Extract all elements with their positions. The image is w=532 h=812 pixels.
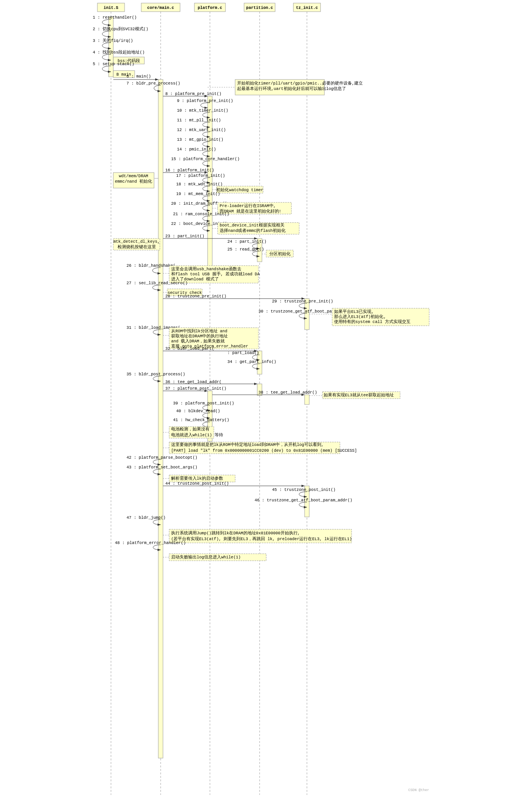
svg-text:直接 goto platform_error_handler: 直接 goto platform_error_handler	[171, 344, 248, 349]
svg-text:19 : mt_mem_init(): 19 : mt_mem_init()	[176, 192, 220, 196]
svg-text:40 : blkdev_read(): 40 : blkdev_read()	[176, 409, 220, 413]
svg-rect-96	[332, 308, 429, 326]
svg-rect-71	[113, 238, 160, 250]
svg-text:boot_device_init根据实现相关: boot_device_init根据实现相关	[220, 223, 284, 228]
watermark-text: CSDN @ther	[408, 788, 429, 792]
svg-rect-54	[217, 186, 263, 193]
svg-text:3 : 关闭fiq/irq(): 3 : 关闭fiq/irq()	[93, 38, 133, 43]
svg-text:43 : platform_set_boot_args(): 43 : platform_set_boot_args()	[127, 465, 198, 470]
svg-text:6 : main(): 6 : main()	[127, 74, 151, 79]
svg-text:7 : bldr_pre_process(): 7 : bldr_pre_process()	[127, 81, 180, 86]
svg-text:B main: B main	[116, 72, 131, 77]
svg-text:2 : 切换cpu到SVC32模式(): 2 : 切换cpu到SVC32模式()	[93, 26, 148, 31]
svg-text:17 : platform_init(): 17 : platform_init()	[176, 173, 225, 178]
svg-text:初始化watchdog timer: 初始化watchdog timer	[216, 187, 263, 192]
svg-text:(若平台有实现EL3(atf), 则要先到EL3，再跳回 l: (若平台有实现EL3(atf), 则要先到EL3，再跳回 lk, preload…	[171, 536, 352, 541]
svg-text:那么进入EL3(atf)初始化,: 那么进入EL3(atf)初始化,	[334, 314, 386, 319]
svg-text:18 : mtk_wdt_init(): 18 : mtk_wdt_init()	[176, 182, 223, 187]
svg-rect-148	[169, 529, 352, 543]
svg-rect-129	[169, 427, 214, 438]
svg-text:security check: security check	[167, 290, 201, 295]
svg-text:从ROM中找到lk分区地址 and: 从ROM中找到lk分区地址 and	[171, 328, 227, 333]
svg-text:11 : mt_pll_init(): 11 : mt_pll_init()	[177, 118, 221, 123]
svg-text:进入了download 模式了: 进入了download 模式了	[171, 276, 219, 282]
svg-rect-65	[218, 223, 299, 234]
svg-text:电池就进入while(1) 等待: 电池就进入while(1) 等待	[171, 432, 223, 437]
svg-rect-88	[167, 289, 202, 296]
svg-text:46 : trustzone_get_atf_boot_pa: 46 : trustzone_get_atf_boot_param_addr()	[255, 498, 352, 503]
svg-text:开始初始化timer/pll/uart/gpio/pmic.: 开始初始化timer/pll/uart/gpio/pmic..必要的硬件设备,建…	[237, 81, 363, 86]
svg-text:使用特有的system call 方式实现交互: 使用特有的system call 方式实现交互	[334, 319, 411, 324]
svg-text:12 : mtk_uart_init(): 12 : mtk_uart_init()	[177, 128, 226, 132]
svg-text:9 : platform_pre_init(): 9 : platform_pre_init()	[177, 98, 233, 103]
svg-rect-93	[305, 299, 309, 330]
svg-text:22 : boot_device_init(): 22 : boot_device_init()	[171, 221, 227, 226]
sequence-diagram-svg: init.S core/main.c platform.c partition.…	[92, 0, 441, 795]
svg-rect-22	[113, 57, 144, 64]
svg-text:38 : tee_get_load_addr(): 38 : tee_get_load_addr()	[258, 390, 317, 395]
svg-text:35 : bldr_post_process(): 35 : bldr_post_process()	[127, 372, 185, 377]
svg-text:解析需要传入lk的启动参数: 解析需要传入lk的启动参数	[171, 476, 223, 481]
svg-rect-7	[244, 3, 275, 12]
svg-rect-1	[97, 3, 125, 12]
svg-text:21 : ram_console_init(): 21 : ram_console_init()	[173, 212, 229, 216]
svg-text:5 : setup stack(): 5 : setup stack()	[93, 62, 134, 66]
svg-text:31 : bldr_load_images(: 31 : bldr_load_images(	[127, 325, 180, 330]
svg-text:32 : bldr_load_part(: 32 : bldr_load_part(	[165, 346, 214, 351]
svg-rect-119	[208, 391, 212, 441]
svg-text:tz_init.c: tz_init.c	[296, 5, 318, 10]
svg-rect-123	[322, 392, 400, 399]
svg-text:13 : mt_gpio_init(): 13 : mt_gpio_init()	[177, 137, 224, 142]
svg-text:这里会去调用usb_handshake函数去: 这里会去调用usb_handshake函数去	[171, 266, 241, 271]
svg-rect-75	[257, 238, 262, 262]
svg-text:init.S: init.S	[104, 5, 118, 10]
svg-text:14 : pmic_init(): 14 : pmic_init()	[177, 147, 216, 152]
svg-text:这里要做的事情就是把lk从ROM中特定地址load到DRAM: 这里要做的事情就是把lk从ROM中特定地址load到DRAM中，从开机log可以…	[171, 442, 324, 447]
svg-text:8 : platform_pre_init(): 8 : platform_pre_init()	[165, 92, 222, 96]
svg-text:29 : trustzone_pre_init(): 29 : trustzone_pre_init()	[272, 299, 333, 304]
svg-text:[PART] load "lk" from 0x000000: [PART] load "lk" from 0x0000000001CC0200…	[171, 448, 357, 453]
svg-rect-116	[257, 384, 262, 396]
svg-rect-33	[208, 96, 212, 282]
svg-text:如果有实现EL3就从tee获取起始地址: 如果有实现EL3就从tee获取起始地址	[324, 392, 394, 397]
svg-text:20 : init_dram_buffer(): 20 : init_dram_buffer()	[171, 201, 227, 206]
svg-text:44 : trustzone_post_init(): 44 : trustzone_post_init()	[165, 481, 229, 486]
svg-text:检测烧机按键在这里: 检测烧机按键在这里	[117, 244, 156, 249]
svg-text:16 : platform_init(): 16 : platform_init()	[165, 168, 214, 173]
svg-text:34 : get_part_info(): 34 : get_part_info()	[227, 359, 276, 364]
svg-text:4 : 找到bss段起始地址(): 4 : 找到bss段起始地址()	[93, 50, 145, 55]
svg-text:41 : hw_check_battery(): 41 : hw_check_battery()	[173, 418, 229, 422]
svg-rect-139	[169, 475, 235, 482]
svg-text:30 : trustzone_get_atf_boot_pa: 30 : trustzone_get_atf_boot_param_addr()	[258, 309, 356, 314]
svg-text:45 : trustzone_post_init(): 45 : trustzone_post_init()	[272, 487, 336, 492]
svg-rect-16	[109, 17, 113, 77]
svg-text:而DRAM 就是在这里初始化好的!: 而DRAM 就是在这里初始化好的!	[220, 209, 281, 214]
svg-text:47 : bldr_jump(): 47 : bldr_jump()	[127, 515, 166, 520]
svg-text:39 : platform_post_init(): 39 : platform_post_init()	[173, 401, 234, 406]
svg-text:core/main.c: core/main.c	[147, 5, 174, 10]
svg-text:36 : tee_get_load_addr(: 36 : tee_get_load_addr(	[165, 380, 222, 384]
svg-text:wdt/mem/DRAM: wdt/mem/DRAM	[119, 174, 148, 178]
svg-text:选择nand或者emmc的flash初始化: 选择nand或者emmc的flash初始化	[220, 228, 286, 233]
svg-rect-25	[113, 71, 135, 78]
svg-text:: part_load(): : part_load()	[227, 351, 259, 355]
svg-text:28 : trustzone_pre_init(): 28 : trustzone_pre_init()	[165, 294, 227, 299]
svg-rect-82	[169, 266, 258, 283]
svg-text:获取地址在DRAM中的执行地址: 获取地址在DRAM中的执行地址	[171, 333, 228, 339]
svg-text:26 : bldr_handshake(: 26 : bldr_handshake(	[127, 263, 175, 268]
svg-text:platform.c: platform.c	[198, 5, 222, 10]
svg-rect-122	[305, 395, 309, 404]
svg-rect-3	[141, 3, 180, 12]
svg-text:25 : read_gpt(): 25 : read_gpt()	[227, 247, 264, 252]
svg-text:电池检测，如果没有: 电池检测，如果没有	[171, 427, 210, 432]
svg-text:42 : platform_parse_bootopt(): 42 : platform_parse_bootopt()	[127, 455, 198, 460]
svg-text:bss:代码段: bss:代码段	[117, 59, 140, 63]
diagram-container: init.S core/main.c platform.c partition.…	[92, 0, 441, 795]
svg-rect-34	[235, 79, 324, 95]
svg-text:启动失败输出log信息进入while(1): 启动失败输出log信息进入while(1)	[171, 555, 241, 560]
svg-text:37 : platform_post_init(): 37 : platform_post_init()	[165, 386, 227, 391]
svg-rect-133	[169, 442, 340, 454]
svg-rect-102	[169, 328, 258, 349]
svg-text:起最基本运行环境,uart初始化好后就可以输出log信息了: 起最基本运行环境,uart初始化好后就可以输出log信息了	[237, 86, 346, 91]
svg-text:分区初始化: 分区初始化	[269, 251, 290, 256]
